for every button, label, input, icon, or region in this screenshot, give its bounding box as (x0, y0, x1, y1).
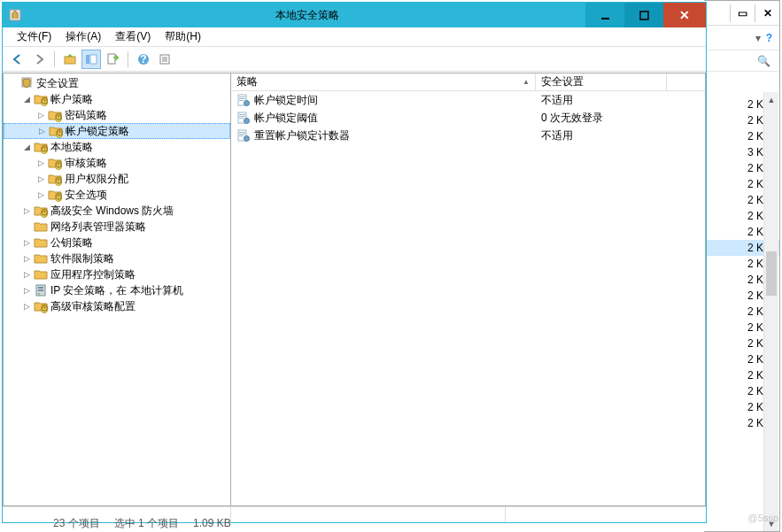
policy-setting: 不适用 (541, 93, 573, 108)
folder-icon: ⚙ (49, 124, 63, 138)
tree-toggle-icon[interactable]: ▷ (35, 158, 46, 168)
tree-public-key[interactable]: ▷公钥策略 (4, 235, 230, 251)
list-pane[interactable]: 策略▲ 安全设置 帐户锁定时间不适用帐户锁定阈值0 次无效登录重置帐户锁定计数器… (231, 73, 706, 506)
tree-root-security[interactable]: 安全设置 (4, 75, 230, 91)
policy-setting: 不适用 (541, 128, 573, 143)
forward-button[interactable] (29, 50, 49, 69)
svg-rect-43 (239, 116, 245, 117)
tree-label: 软件限制策略 (50, 251, 114, 266)
tree-account-policies[interactable]: ◢⚙帐户策略 (4, 91, 230, 107)
minimize-button[interactable] (585, 3, 624, 27)
tree-label: 帐户策略 (50, 92, 93, 107)
status-item-count: 23 个项目 (53, 516, 100, 531)
scroll-down-icon[interactable]: ▼ (764, 516, 778, 531)
mmc-window: 本地安全策略 ✕ 文件(F) 操作(A) 查看(V) 帮助(H) ? 安全设置◢… (2, 2, 707, 523)
menu-help[interactable]: 帮助(H) (158, 27, 208, 47)
export-button[interactable] (103, 50, 122, 69)
tree-advanced-audit[interactable]: ▷⚙高级审核策略配置 (4, 298, 230, 314)
status-size: 1.09 KB (193, 517, 231, 529)
window-controls: ✕ (585, 3, 706, 27)
up-folder-button[interactable] (60, 50, 80, 69)
policy-icon (236, 128, 251, 143)
folder-icon (34, 220, 48, 234)
tree-ip-security[interactable]: ▷IP 安全策略，在 本地计算机 (4, 282, 230, 298)
tree-label: 安全选项 (65, 188, 107, 203)
svg-text:⚙: ⚙ (54, 190, 63, 202)
column-setting[interactable]: 安全设置 (536, 73, 667, 90)
tree-app-control[interactable]: ▷应用程序控制策略 (4, 266, 230, 282)
policy-name: 重置帐户锁定计数器 (254, 128, 350, 143)
tree-toggle-icon[interactable]: ▷ (21, 285, 32, 296)
svg-rect-47 (239, 132, 245, 133)
properties-button[interactable] (155, 50, 174, 69)
column-policy-label: 策略 (236, 74, 258, 89)
svg-rect-38 (239, 98, 245, 99)
svg-text:⚙: ⚙ (54, 158, 63, 170)
list-row[interactable]: 帐户锁定阈值0 次无效登录 (231, 109, 705, 127)
svg-text:⚙: ⚙ (54, 174, 63, 186)
bg-maximize-button[interactable]: ▭ (730, 4, 755, 22)
tree-local-policies[interactable]: ◢⚙本地策略 (4, 139, 230, 155)
list-row[interactable]: 帐户锁定时间不适用 (231, 91, 705, 109)
tree-toggle-icon[interactable]: ▷ (35, 110, 46, 120)
tree-security-options[interactable]: ▷⚙安全选项 (4, 187, 230, 203)
tree-toggle-icon[interactable]: ▷ (21, 301, 32, 312)
scrollbar-thumb[interactable] (766, 251, 777, 296)
tree-toggle-icon[interactable]: ▷ (21, 205, 32, 216)
tree-label: 帐户锁定策略 (66, 124, 129, 139)
help-icon[interactable]: ? (766, 32, 772, 44)
tree-firewall[interactable]: ▷⚙高级安全 Windows 防火墙 (4, 203, 230, 219)
list-row[interactable]: 重置帐户锁定计数器不适用 (231, 127, 705, 144)
bg-scrollbar[interactable]: ▲ ▼ (763, 92, 778, 531)
svg-point-40 (244, 101, 250, 106)
svg-rect-39 (239, 100, 244, 101)
tree-toggle-icon[interactable]: ▷ (21, 237, 32, 248)
tree-toggle-icon[interactable]: ▷ (36, 126, 47, 136)
search-icon[interactable]: 🔍 (757, 55, 770, 67)
tree-toggle-icon[interactable]: ▷ (21, 269, 32, 280)
tree-toggle-icon[interactable]: ▷ (35, 173, 46, 184)
chevron-down-icon[interactable]: ▾ (755, 32, 761, 44)
show-hide-tree-button[interactable] (81, 50, 101, 69)
tree-toggle-icon[interactable]: ▷ (35, 189, 46, 200)
tree-user-rights[interactable]: ▷⚙用户权限分配 (4, 171, 230, 187)
folder-icon: ⚙ (34, 299, 48, 313)
menu-view[interactable]: 查看(V) (108, 27, 158, 47)
tree-audit-policy[interactable]: ▷⚙审核策略 (4, 155, 230, 171)
explorer-statusbar: 23 个项目 选中 1 个项目 1.09 KB (53, 514, 231, 532)
toolbar-divider (54, 51, 55, 67)
menu-action[interactable]: 操作(A) (58, 27, 108, 47)
svg-rect-32 (38, 289, 43, 291)
back-button[interactable] (8, 50, 27, 69)
folder-icon: ⚙ (48, 172, 62, 186)
svg-text:?: ? (140, 53, 146, 66)
folder-icon: ⚙ (34, 204, 48, 218)
help-button[interactable]: ? (134, 50, 153, 69)
tree-pane[interactable]: 安全设置◢⚙帐户策略▷⚙密码策略▷⚙帐户锁定策略◢⚙本地策略▷⚙审核策略▷⚙用户… (3, 73, 231, 506)
folder-icon: ⚙ (34, 140, 48, 154)
tree-password-policy[interactable]: ▷⚙密码策略 (4, 107, 230, 123)
folder-icon (34, 283, 48, 297)
tree-toggle-icon[interactable]: ◢ (21, 142, 32, 152)
policy-icon (236, 111, 251, 125)
menu-file[interactable]: 文件(F) (10, 27, 58, 47)
tree-label: 高级安全 Windows 防火墙 (50, 204, 174, 219)
close-button[interactable]: ✕ (663, 3, 706, 27)
scroll-up-icon[interactable]: ▲ (764, 92, 778, 107)
policy-setting: 0 次无效登录 (541, 111, 603, 126)
svg-point-50 (244, 136, 250, 142)
svg-rect-42 (239, 114, 245, 115)
bg-close-button[interactable]: ✕ (755, 4, 779, 22)
tree-toggle-icon[interactable]: ▷ (21, 253, 32, 264)
column-policy[interactable]: 策略▲ (231, 73, 536, 90)
list-header: 策略▲ 安全设置 (231, 73, 705, 91)
tree-network-list[interactable]: 网络列表管理器策略 (4, 219, 230, 235)
tree-toggle-icon[interactable]: ◢ (21, 94, 32, 104)
window-title: 本地安全策略 (29, 8, 585, 23)
svg-rect-4 (86, 55, 89, 64)
tree-software-restriction[interactable]: ▷软件限制策略 (4, 251, 230, 266)
svg-rect-2 (640, 12, 648, 19)
tree-lockout-policy[interactable]: ▷⚙帐户锁定策略 (4, 123, 230, 139)
tree-label: 密码策略 (65, 108, 107, 123)
maximize-button[interactable] (624, 3, 663, 27)
